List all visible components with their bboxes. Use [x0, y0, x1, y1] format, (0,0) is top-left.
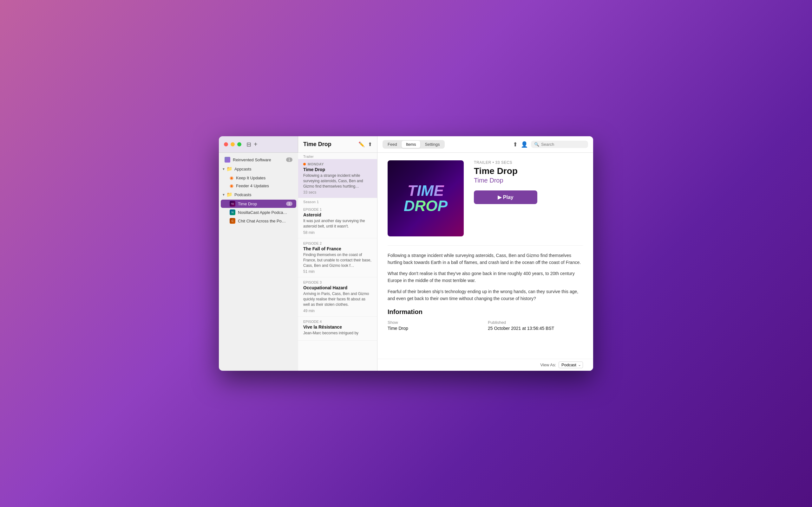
show-label: Show: [388, 320, 483, 325]
episode-4-item[interactable]: EPISODE 4 Vive la Résistance Jean-Marc b…: [298, 317, 377, 341]
season1-section-label: Season 1: [298, 198, 377, 205]
episode-meta-label: TRAILER • 33 SECS: [474, 160, 583, 165]
trailer-episode-item[interactable]: MONDAY Time Drop Following a strange inc…: [298, 159, 377, 198]
episode-desc-1: Following a strange incident while surve…: [388, 252, 583, 266]
reinvented-software-icon: [224, 157, 230, 163]
maximize-button[interactable]: [237, 142, 241, 147]
info-section-title: Information: [388, 308, 583, 316]
sidebar-toggle-button[interactable]: ⊟: [247, 141, 251, 148]
trailer-weekday: MONDAY: [308, 162, 324, 166]
ep3-title: Occupational Hazard: [303, 285, 372, 290]
episode-hero: TIME DROP TRAILER • 33 SECS Time Drop Ti…: [388, 160, 583, 236]
ep1-duration: 58 min: [303, 230, 372, 235]
ep3-number: EPISODE 3: [303, 280, 322, 284]
sidebar-item-nosilla-label: NosillaCast Apple Podca…: [238, 210, 287, 215]
trailer-episode-meta: MONDAY: [303, 162, 372, 166]
podcasts-section-header[interactable]: ▼ 📁 Podcasts: [219, 190, 298, 199]
ep4-number: EPISODE 4: [303, 320, 322, 324]
ep2-duration: 51 min: [303, 269, 372, 274]
traffic-lights[interactable]: [224, 142, 241, 147]
podcasts-section-label: Podcasts: [235, 192, 251, 197]
show-value: Time Drop: [388, 326, 483, 331]
sidebar-item-time-drop-label: Time Drop: [238, 202, 257, 206]
appcasts-folder-icon: 📁: [226, 166, 233, 172]
view-as-select[interactable]: Podcast List: [559, 361, 583, 368]
detail-body: TIME DROP TRAILER • 33 SECS Time Drop Ti…: [377, 153, 593, 359]
sidebar-item-reinvented-label: Reinvented Software: [233, 158, 271, 162]
sidebar-item-nosilla[interactable]: N NosillaCast Apple Podca…: [221, 208, 296, 216]
ep2-number: EPISODE 2: [303, 241, 322, 245]
feed-title: Time Drop: [303, 141, 332, 148]
divider: [388, 245, 583, 245]
sidebar-item-time-drop[interactable]: TD Time Drop 1: [221, 200, 296, 208]
sidebar-item-keep-it-updates[interactable]: ◉ Keep It Updates: [221, 174, 296, 181]
episode-info: TRAILER • 33 SECS Time Drop Time Drop ▶ …: [474, 160, 583, 204]
sidebar-item-reinvented-software[interactable]: Reinvented Software 1: [221, 156, 296, 164]
appcasts-section-label: Appcasts: [235, 167, 251, 171]
trailer-episode-desc: Following a strange incident while surve…: [303, 173, 372, 189]
tab-settings[interactable]: Settings: [420, 141, 444, 148]
ep1-title: Asteroid: [303, 212, 372, 217]
detail-panel: Feed Items Settings ⬆ 👤 🔍: [377, 136, 593, 371]
time-drop-badge: 1: [286, 202, 293, 206]
feed-list-panel: Time Drop ✏️ ⬆ Trailer MONDAY Time Drop …: [298, 136, 377, 371]
tab-feed[interactable]: Feed: [383, 141, 402, 148]
trailer-section-label: Trailer: [298, 153, 377, 159]
sidebar-item-keep-it-label: Keep It Updates: [236, 176, 265, 180]
play-button[interactable]: ▶ Play: [474, 190, 537, 204]
search-box[interactable]: 🔍: [531, 141, 588, 148]
episode-2-item[interactable]: EPISODE 2 The Fall of France Finding the…: [298, 238, 377, 277]
detail-header: Feed Items Settings ⬆ 👤 🔍: [377, 136, 593, 153]
ep1-number: EPISODE 1: [303, 208, 322, 211]
feed-list-header: Time Drop ✏️ ⬆: [298, 136, 377, 153]
episode-desc-2: What they don't realise is that they've …: [388, 270, 583, 284]
share-up-button[interactable]: ⬆: [368, 141, 372, 147]
published-value: 25 October 2021 at 13:56:45 BST: [488, 326, 583, 331]
chit-chat-thumb: C: [230, 218, 235, 224]
published-label: Published: [488, 320, 583, 325]
view-as-label: View As:: [540, 362, 556, 367]
close-button[interactable]: [224, 142, 228, 147]
compose-button[interactable]: ✏️: [358, 141, 365, 147]
sidebar-item-feeder-label: Feeder 4 Updates: [236, 183, 269, 188]
info-grid: Show Time Drop Published 25 October 2021…: [388, 320, 583, 331]
minimize-button[interactable]: [231, 142, 235, 147]
info-show: Show Time Drop: [388, 320, 483, 331]
search-input[interactable]: [541, 142, 585, 147]
podcasts-chevron-icon: ▼: [222, 193, 225, 196]
info-published: Published 25 October 2021 at 13:56:45 BS…: [488, 320, 583, 331]
reinvented-badge: 1: [286, 158, 293, 162]
ep4-meta: EPISODE 4: [303, 320, 372, 324]
episode-3-item[interactable]: EPISODE 3 Occupational Hazard Arriving i…: [298, 277, 377, 316]
podcasts-folder-icon: 📁: [226, 192, 233, 198]
add-feed-button[interactable]: +: [254, 141, 258, 148]
share-button[interactable]: ⬆: [513, 141, 518, 148]
tab-group: Feed Items Settings: [383, 140, 445, 149]
ep1-desc: It was just another day surveying the as…: [303, 218, 372, 229]
sidebar-item-feeder-updates[interactable]: ◉ Feeder 4 Updates: [221, 182, 296, 189]
tab-items[interactable]: Items: [402, 141, 420, 148]
ep4-title: Vive la Résistance: [303, 325, 372, 330]
ep3-meta: EPISODE 3: [303, 280, 372, 284]
view-as-wrapper: Podcast List: [559, 361, 583, 368]
episode-1-item[interactable]: EPISODE 1 Asteroid It was just another d…: [298, 205, 377, 238]
artwork-line2: DROP: [404, 199, 448, 214]
rss-icon-feeder: ◉: [230, 183, 234, 188]
trailer-episode-title: Time Drop: [303, 167, 372, 172]
nosilla-thumb: N: [230, 210, 235, 215]
ep4-desc: Jean-Marc becomes intrigued by: [303, 331, 372, 336]
unread-dot: [303, 163, 306, 165]
view-as-row: View As: Podcast List: [377, 359, 593, 371]
search-icon: 🔍: [534, 142, 539, 147]
episode-podcast-name: Time Drop: [474, 177, 583, 184]
artwork-line1: TIME: [404, 183, 448, 199]
rss-icon-keep-it: ◉: [230, 175, 234, 180]
ep2-title: The Fall of France: [303, 246, 372, 251]
user-button[interactable]: 👤: [521, 141, 528, 148]
episode-desc-3: Fearful of their broken ship's technolog…: [388, 288, 583, 302]
episode-artwork: TIME DROP: [388, 160, 464, 236]
trailer-episode-duration: 33 secs: [303, 190, 372, 194]
appcasts-section-header[interactable]: ▼ 📁 Appcasts: [219, 164, 298, 174]
ep2-meta: EPISODE 2: [303, 241, 372, 245]
sidebar-item-chit-chat[interactable]: C Chit Chat Across the Po…: [221, 217, 296, 225]
